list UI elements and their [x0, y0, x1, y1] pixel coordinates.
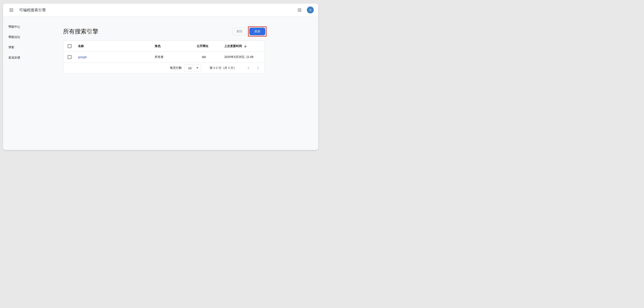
app-title: 可编程搜索引擎 [19, 7, 46, 12]
next-page-button[interactable] [253, 63, 262, 73]
sidebar-item-help-forum[interactable]: 帮助论坛 [3, 32, 63, 42]
select-all-checkbox[interactable] [68, 44, 72, 48]
rows-per-page-label: 每页行数 [170, 66, 182, 70]
chevron-left-icon [246, 66, 251, 70]
page-title: 所有搜索引擎 [63, 27, 98, 35]
add-button[interactable]: 添加 [249, 28, 265, 35]
column-header-last-updated[interactable]: 上次更新时间 [224, 44, 247, 48]
table-header-row: 名称 角色 公开网址 上次更新时间 [63, 41, 264, 52]
link-icon [202, 55, 206, 59]
content-area: 帮助中心 帮助论坛 博客 发送反馈 所有搜索引擎 删除 添加 [3, 16, 318, 150]
main-panel: 所有搜索引擎 删除 添加 名称 角色 公开网址 [63, 16, 265, 150]
sort-desc-icon [244, 44, 247, 48]
hamburger-icon [10, 8, 13, 11]
chevron-right-icon [256, 66, 260, 70]
sidebar: 帮助中心 帮助论坛 博客 发送反馈 [3, 16, 63, 150]
apps-grid-button[interactable] [297, 7, 302, 13]
engine-role: 所有者 [155, 55, 197, 59]
apps-grid-icon [298, 8, 302, 12]
menu-button[interactable] [8, 7, 14, 13]
avatar[interactable]: X [307, 6, 314, 13]
sidebar-item-send-feedback[interactable]: 发送反馈 [3, 52, 63, 63]
app-header: 可编程搜索引擎 X [3, 3, 318, 16]
action-buttons: 删除 添加 [232, 26, 266, 36]
rows-per-page-value: 10 [188, 66, 196, 70]
dropdown-caret-icon [196, 67, 198, 69]
rows-per-page-select[interactable]: 10 [184, 64, 201, 72]
prev-page-button[interactable] [244, 63, 253, 73]
public-url-link[interactable] [202, 55, 206, 59]
annotation-highlight-box: 添加 [248, 26, 266, 36]
column-header-role[interactable]: 角色 [155, 44, 160, 48]
column-header-last-updated-label: 上次更新时间 [224, 44, 242, 48]
delete-button[interactable]: 删除 [232, 28, 246, 35]
row-checkbox[interactable] [68, 55, 72, 59]
app-window: 可编程搜索引擎 X 帮助中心 帮助论坛 博客 发送反馈 所有搜索引擎 [3, 3, 318, 150]
engine-name-link[interactable]: google [78, 55, 87, 59]
pagination-range: 第 1-1 行（共 1 行） [210, 66, 236, 70]
engine-last-updated: 2025年3月25日, 11:49 [224, 55, 264, 59]
table-row: google 所有者 2025年3月25日, 11:49 [63, 52, 264, 62]
sidebar-item-help-center[interactable]: 帮助中心 [3, 22, 63, 32]
sidebar-item-blog[interactable]: 博客 [3, 42, 63, 52]
search-engines-table: 名称 角色 公开网址 上次更新时间 google 所有者 [63, 40, 265, 74]
column-header-name[interactable]: 名称 [78, 44, 84, 48]
header-checkbox-cell [63, 44, 78, 48]
column-header-public-url[interactable]: 公开网址 [197, 44, 208, 48]
main-header: 所有搜索引擎 删除 添加 [63, 26, 265, 37]
table-pagination: 每页行数 10 第 1-1 行（共 1 行） [63, 62, 264, 73]
row-checkbox-cell [63, 55, 78, 59]
